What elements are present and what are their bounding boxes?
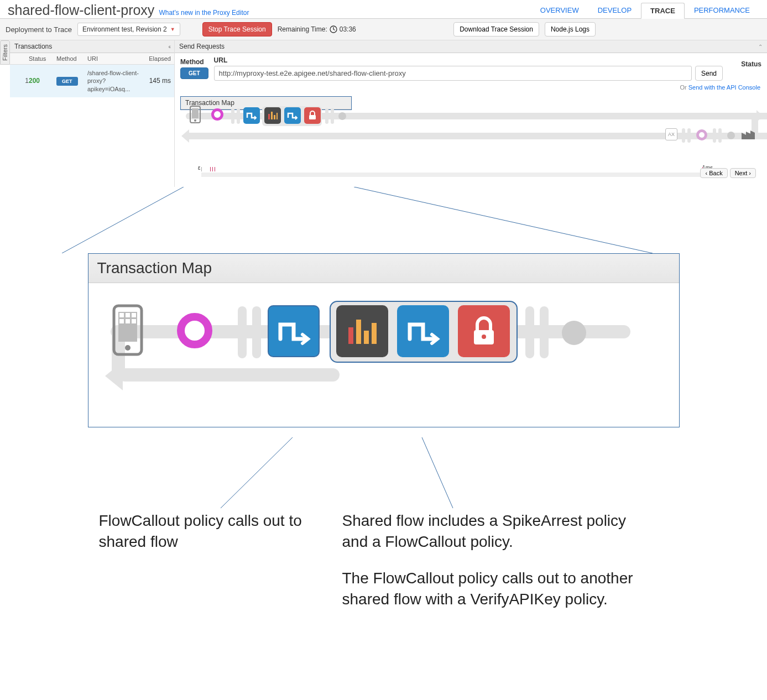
trace-toolbar: Deployment to Trace Environment test, Re… — [0, 19, 767, 40]
download-trace-button[interactable]: Download Trace Session — [453, 22, 539, 36]
nodejs-logs-button[interactable]: Node.js Logs — [545, 22, 596, 36]
zoom-title: Transaction Map — [88, 254, 679, 283]
transaction-map-small: AX ε 1ms — [180, 97, 761, 181]
url-label: URL — [214, 56, 723, 64]
back-button[interactable]: ‹ Back — [700, 168, 727, 178]
svg-rect-20 — [348, 327, 353, 344]
send-bar: Method GET URL http://myproxy-test.e2e.a… — [175, 53, 767, 84]
main-tabs: OVERVIEW DEVELOP TRACE PERFORMANCE — [531, 2, 759, 18]
tab-overview[interactable]: OVERVIEW — [531, 2, 588, 18]
svg-rect-23 — [372, 323, 377, 344]
verifyapikey-policy-icon[interactable] — [304, 107, 321, 124]
revision-select-value: Environment test, Revision 2 — [82, 25, 167, 33]
target-endpoint-icon[interactable] — [696, 129, 707, 140]
page-header: shared-flow-client-proxy What's new in t… — [0, 0, 767, 19]
timeline: ε 1ms ‹ Back Next › — [186, 165, 756, 181]
annotation-left: FlowCallout policy calls out to shared f… — [99, 510, 309, 552]
svg-rect-18 — [126, 319, 130, 323]
transactions-table-head: Status Method URI Elapsed — [10, 53, 174, 65]
response-pill2-icon[interactable] — [687, 128, 691, 143]
svg-point-13 — [125, 345, 131, 351]
svg-rect-8 — [309, 115, 316, 119]
deployment-label: Deployment to Trace — [6, 25, 72, 34]
analytics-icon[interactable]: AX — [665, 128, 677, 140]
flowcallout2-policy-icon[interactable] — [284, 107, 301, 124]
flow-dot-icon[interactable] — [338, 112, 346, 120]
row-status: 200 — [29, 77, 56, 85]
preflow-start2-icon[interactable] — [237, 108, 240, 124]
revision-select[interactable]: Environment test, Revision 2 ▼ — [77, 23, 180, 36]
svg-line-9 — [62, 187, 184, 253]
postflow2-icon[interactable] — [331, 108, 334, 124]
row-uri: /shared-flow-client-proxy?apikey=iOAsq..… — [87, 69, 141, 93]
collapse-left-icon[interactable]: ‹‹ — [168, 44, 170, 50]
clock-icon — [330, 25, 337, 33]
zoom-verifyapikey-icon — [458, 305, 510, 357]
response-pill1-icon[interactable] — [682, 128, 685, 143]
url-input[interactable]: http://myproxy-test.e2e.apigee.net/share… — [214, 66, 692, 81]
annotation-lines — [88, 437, 680, 515]
preflow-start-icon[interactable] — [231, 108, 234, 124]
proxy-name: shared-flow-client-proxy — [8, 2, 154, 18]
remaining-time-value: 03:36 — [340, 25, 356, 33]
send-button[interactable]: Send — [695, 66, 723, 81]
flowcallout-policy-icon[interactable] — [243, 107, 260, 124]
chevron-down-icon: ▼ — [170, 27, 175, 32]
spikearrest-policy-icon[interactable] — [264, 107, 281, 124]
tab-performance[interactable]: PERFORMANCE — [685, 2, 759, 18]
next-button[interactable]: Next › — [730, 168, 756, 178]
svg-rect-7 — [276, 113, 278, 119]
annotations: FlowCallout policy calls out to shared f… — [88, 438, 680, 615]
svg-line-27 — [422, 437, 453, 508]
zoom-pill1-icon — [238, 306, 247, 358]
zoom-pill4-icon — [540, 306, 549, 358]
collapse-up-icon[interactable]: ⌃ — [758, 44, 763, 50]
svg-line-10 — [354, 187, 653, 253]
main-content: Filters Transactions ‹‹ Status Method UR… — [0, 40, 767, 187]
backend-icon[interactable] — [740, 127, 756, 140]
svg-point-25 — [482, 335, 486, 339]
table-row[interactable]: 1 200 GET /shared-flow-client-proxy?apik… — [10, 65, 174, 97]
zoom-client-icon — [111, 304, 145, 356]
zoom-flowcallout-icon — [268, 305, 320, 357]
proxy-endpoint-icon[interactable] — [211, 108, 223, 121]
annotation-right2: The FlowCallout policy calls out to anot… — [342, 568, 652, 610]
flow-diagram: AX — [180, 97, 761, 164]
tab-develop[interactable]: DEVELOP — [588, 2, 641, 18]
col-elapsed: Elapsed — [144, 53, 174, 64]
status-label: Status — [728, 60, 761, 68]
send-requests-header: Send Requests ⌃ — [175, 40, 767, 53]
response-dot-icon[interactable] — [727, 132, 735, 139]
timeline-start: ε — [198, 165, 200, 171]
filters-tab[interactable]: Filters — [0, 40, 10, 65]
zoom-flow — [88, 283, 679, 427]
zoom-spikearrest-icon — [336, 305, 388, 357]
api-console-link[interactable]: Send with the API Console — [688, 84, 760, 91]
svg-rect-4 — [268, 114, 270, 119]
transactions-header: Transactions ‹‹ — [10, 40, 174, 53]
tab-trace[interactable]: TRACE — [641, 3, 685, 19]
svg-rect-17 — [119, 319, 124, 323]
svg-rect-16 — [132, 313, 136, 317]
whats-new-link[interactable]: What's new in the Proxy Editor — [159, 9, 249, 17]
remaining-time: Remaining Time: 03:36 — [278, 25, 356, 33]
svg-rect-22 — [364, 331, 369, 344]
send-title: Send Requests — [179, 43, 225, 50]
response-pill3-icon[interactable] — [713, 128, 716, 143]
transaction-map-zoom: Transaction Map — [88, 253, 680, 427]
client-icon[interactable] — [187, 106, 204, 123]
response-pill4-icon[interactable] — [718, 128, 722, 143]
method-select[interactable]: GET — [180, 67, 208, 79]
zoom-dot-icon — [562, 321, 586, 345]
svg-rect-19 — [132, 319, 136, 323]
row-index: 1 — [13, 77, 29, 85]
svg-rect-14 — [119, 313, 124, 317]
postflow-icon[interactable] — [325, 108, 328, 124]
stop-trace-button[interactable]: Stop Trace Session — [202, 22, 272, 36]
method-label: Method — [180, 58, 204, 66]
zoom-connectors — [0, 187, 767, 253]
svg-line-26 — [221, 437, 293, 508]
remaining-label: Remaining Time: — [278, 25, 327, 33]
zoom-proxy-endpoint-icon — [177, 313, 212, 348]
timeline-bar[interactable] — [201, 173, 708, 177]
